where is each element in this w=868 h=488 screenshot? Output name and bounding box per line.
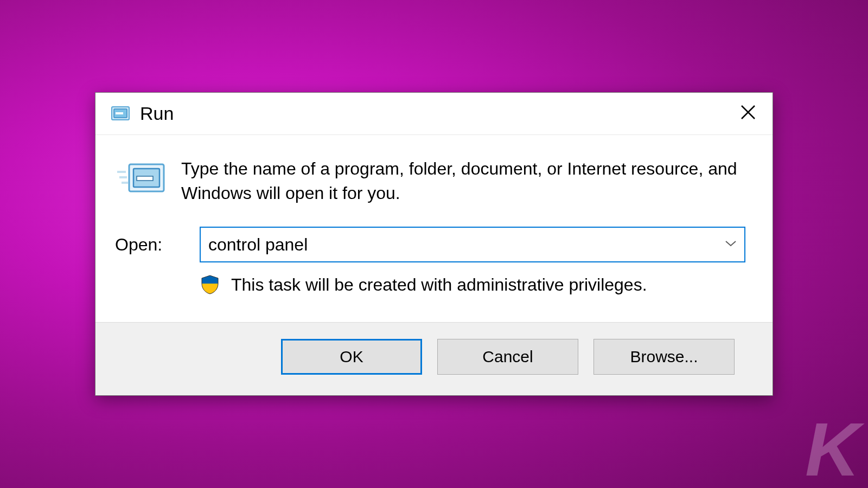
admin-privileges-text: This task will be created with administr… xyxy=(231,275,647,295)
browse-button[interactable]: Browse... xyxy=(593,339,735,375)
open-combobox[interactable] xyxy=(200,227,745,262)
svg-rect-10 xyxy=(137,176,153,181)
window-title: Run xyxy=(140,103,729,124)
dialog-body: Type the name of a program, folder, docu… xyxy=(95,135,773,323)
chevron-down-icon xyxy=(725,240,737,249)
open-input-row: Open: xyxy=(115,227,745,262)
svg-rect-6 xyxy=(119,176,127,178)
titlebar: Run xyxy=(95,93,773,135)
run-icon xyxy=(110,102,131,124)
cancel-button[interactable]: Cancel xyxy=(437,339,578,375)
close-icon xyxy=(740,104,756,123)
run-icon-large xyxy=(115,157,169,198)
run-dialog: Run xyxy=(95,92,773,396)
dropdown-button[interactable] xyxy=(717,228,744,261)
svg-rect-5 xyxy=(117,171,126,173)
open-label: Open: xyxy=(115,235,200,255)
ok-button[interactable]: OK xyxy=(281,339,422,375)
description-text: Type the name of a program, folder, docu… xyxy=(169,157,745,206)
svg-rect-7 xyxy=(122,182,128,184)
description-row: Type the name of a program, folder, docu… xyxy=(115,157,745,206)
dialog-footer: OK Cancel Browse... xyxy=(95,322,773,395)
open-input[interactable] xyxy=(201,228,717,261)
close-button[interactable] xyxy=(729,97,767,130)
shield-icon xyxy=(200,274,220,295)
svg-rect-2 xyxy=(116,112,123,114)
admin-privileges-row: This task will be created with administr… xyxy=(115,274,745,295)
watermark: K xyxy=(805,406,857,488)
